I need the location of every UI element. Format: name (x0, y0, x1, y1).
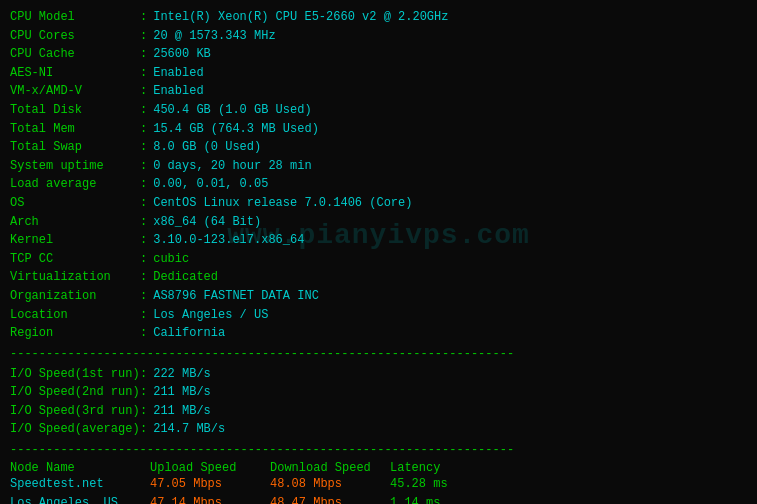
info-value: 450.4 GB (1.0 GB Used) (153, 101, 311, 120)
node-name: Los Angeles, US (10, 494, 150, 504)
info-sep: : (140, 64, 147, 83)
info-value: AS8796 FASTNET DATA INC (153, 287, 319, 306)
info-value: 0 days, 20 hour 28 min (153, 157, 311, 176)
info-row: Load average : 0.00, 0.01, 0.05 (10, 175, 747, 194)
io-sep: : (140, 420, 147, 439)
info-label: Load average (10, 175, 140, 194)
col-download: Download Speed (270, 461, 390, 475)
info-sep: : (140, 250, 147, 269)
network-table: Node Name Upload Speed Download Speed La… (10, 461, 747, 504)
info-label: Total Mem (10, 120, 140, 139)
info-sep: : (140, 231, 147, 250)
info-row: Total Swap : 8.0 GB (0 Used) (10, 138, 747, 157)
io-label: I/O Speed(3rd run) (10, 402, 140, 421)
info-value: Intel(R) Xeon(R) CPU E5-2660 v2 @ 2.20GH… (153, 8, 448, 27)
info-row: Arch : x86_64 (64 Bit) (10, 213, 747, 232)
info-value: 8.0 GB (0 Used) (153, 138, 261, 157)
info-label: Location (10, 306, 140, 325)
info-value: 3.10.0-123.el7.x86_64 (153, 231, 304, 250)
info-label: CPU Cache (10, 45, 140, 64)
info-row: Kernel : 3.10.0-123.el7.x86_64 (10, 231, 747, 250)
info-value: Dedicated (153, 268, 218, 287)
upload-value: 47.05 Mbps (150, 475, 270, 494)
latency-value: 45.28 ms (390, 475, 490, 494)
info-row: CPU Cores : 20 @ 1573.343 MHz (10, 27, 747, 46)
info-label: OS (10, 194, 140, 213)
info-value: 0.00, 0.01, 0.05 (153, 175, 268, 194)
io-label: I/O Speed(1st run) (10, 365, 140, 384)
info-row: Location : Los Angeles / US (10, 306, 747, 325)
io-sep: : (140, 383, 147, 402)
io-row: I/O Speed(2nd run) : 211 MB/s (10, 383, 747, 402)
info-value: 15.4 GB (764.3 MB Used) (153, 120, 319, 139)
info-label: CPU Cores (10, 27, 140, 46)
info-sep: : (140, 157, 147, 176)
info-sep: : (140, 45, 147, 64)
info-label: Virtualization (10, 268, 140, 287)
info-label: Organization (10, 287, 140, 306)
col-node: Node Name (10, 461, 150, 475)
io-value: 211 MB/s (153, 402, 211, 421)
io-value: 211 MB/s (153, 383, 211, 402)
info-row: CPU Cache : 25600 KB (10, 45, 747, 64)
info-value: x86_64 (64 Bit) (153, 213, 261, 232)
terminal: CPU Model : Intel(R) Xeon(R) CPU E5-2660… (0, 0, 757, 504)
io-sep: : (140, 402, 147, 421)
col-upload: Upload Speed (150, 461, 270, 475)
network-rows: Speedtest.net47.05 Mbps48.08 Mbps45.28 m… (10, 475, 747, 504)
info-sep: : (140, 194, 147, 213)
info-row: OS : CentOS Linux release 7.0.1406 (Core… (10, 194, 747, 213)
io-sep: : (140, 365, 147, 384)
io-value: 222 MB/s (153, 365, 211, 384)
info-label: Kernel (10, 231, 140, 250)
io-row: I/O Speed(average) : 214.7 MB/s (10, 420, 747, 439)
info-label: CPU Model (10, 8, 140, 27)
info-sep: : (140, 138, 147, 157)
system-info-section: CPU Model : Intel(R) Xeon(R) CPU E5-2660… (10, 8, 747, 343)
node-name: Speedtest.net (10, 475, 150, 494)
io-label: I/O Speed(2nd run) (10, 383, 140, 402)
info-row: System uptime : 0 days, 20 hour 28 min (10, 157, 747, 176)
info-sep: : (140, 27, 147, 46)
info-row: Virtualization : Dedicated (10, 268, 747, 287)
info-sep: : (140, 120, 147, 139)
info-sep: : (140, 268, 147, 287)
io-value: 214.7 MB/s (153, 420, 225, 439)
info-label: Region (10, 324, 140, 343)
info-label: System uptime (10, 157, 140, 176)
net-row: Speedtest.net47.05 Mbps48.08 Mbps45.28 m… (10, 475, 747, 494)
net-row: Los Angeles, US47.14 Mbps48.47 Mbps1.14 … (10, 494, 747, 504)
info-sep: : (140, 324, 147, 343)
col-latency: Latency (390, 461, 490, 475)
divider-2: ----------------------------------------… (10, 443, 747, 457)
info-sep: : (140, 213, 147, 232)
info-row: Region : California (10, 324, 747, 343)
info-sep: : (140, 82, 147, 101)
info-label: AES-NI (10, 64, 140, 83)
info-value: Los Angeles / US (153, 306, 268, 325)
info-row: Total Mem : 15.4 GB (764.3 MB Used) (10, 120, 747, 139)
download-value: 48.47 Mbps (270, 494, 390, 504)
info-label: TCP CC (10, 250, 140, 269)
info-sep: : (140, 101, 147, 120)
io-speed-section: I/O Speed(1st run) : 222 MB/sI/O Speed(2… (10, 365, 747, 439)
divider-1: ----------------------------------------… (10, 347, 747, 361)
info-value: Enabled (153, 64, 203, 83)
info-label: Arch (10, 213, 140, 232)
network-header-row: Node Name Upload Speed Download Speed La… (10, 461, 747, 475)
info-label: Total Swap (10, 138, 140, 157)
info-sep: : (140, 175, 147, 194)
upload-value: 47.14 Mbps (150, 494, 270, 504)
info-sep: : (140, 287, 147, 306)
info-row: AES-NI : Enabled (10, 64, 747, 83)
info-sep: : (140, 306, 147, 325)
info-row: VM-x/AMD-V : Enabled (10, 82, 747, 101)
info-row: Total Disk : 450.4 GB (1.0 GB Used) (10, 101, 747, 120)
io-row: I/O Speed(3rd run) : 211 MB/s (10, 402, 747, 421)
info-label: VM-x/AMD-V (10, 82, 140, 101)
info-value: Enabled (153, 82, 203, 101)
info-value: California (153, 324, 225, 343)
info-value: cubic (153, 250, 189, 269)
io-row: I/O Speed(1st run) : 222 MB/s (10, 365, 747, 384)
download-value: 48.08 Mbps (270, 475, 390, 494)
